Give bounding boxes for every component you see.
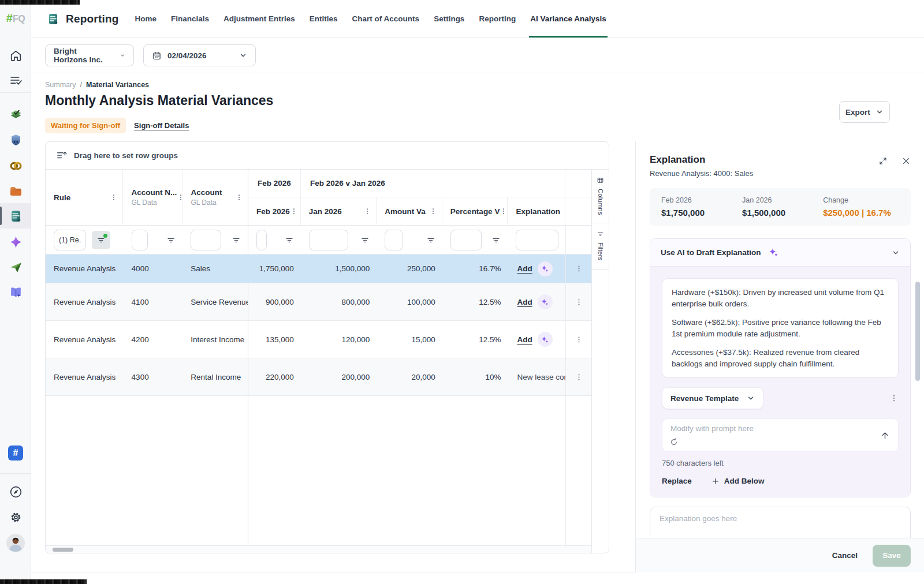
ai-draft-header[interactable]: Use AI to Draft Explanation: [650, 239, 910, 267]
column-header-account-number[interactable]: Account N...GL Data: [123, 170, 182, 225]
table-row[interactable]: Revenue Analysis 4300 Rental Income 220,…: [46, 358, 591, 396]
row-menu-button[interactable]: [565, 254, 591, 283]
add-explanation-link[interactable]: Add: [517, 335, 532, 344]
date-selector[interactable]: 02/04/2026: [143, 44, 256, 66]
account-filter-input[interactable]: [191, 230, 221, 250]
column-header-percentage-variance[interactable]: Percentage V: [442, 197, 508, 225]
regenerate-icon[interactable]: [669, 437, 679, 447]
table-row[interactable]: Revenue Analysis 4000 Sales 1,750,000 1,…: [46, 254, 591, 283]
horizontal-scrollbar[interactable]: [46, 545, 591, 553]
template-menu-icon[interactable]: [889, 394, 899, 403]
tab-filters[interactable]: Filters: [592, 223, 609, 269]
expand-icon[interactable]: [878, 156, 888, 166]
feb-filter-input[interactable]: [256, 230, 267, 250]
amount-filter-input[interactable]: [385, 230, 403, 250]
ai-prompt-input[interactable]: [670, 424, 873, 433]
filter-icon[interactable]: [166, 235, 176, 245]
nav-item-ai-variance-analysis[interactable]: AI Variance Analysis: [530, 0, 606, 38]
company-selector[interactable]: Bright Horizons Inc.: [45, 44, 134, 66]
column-menu-icon[interactable]: [290, 207, 298, 215]
sidebar-item-hashtag-app[interactable]: #: [0, 440, 31, 466]
account-number-filter-input[interactable]: [132, 230, 148, 250]
add-explanation-link[interactable]: Add: [517, 264, 532, 273]
ai-explain-button[interactable]: [538, 294, 553, 309]
panel-scrollbar-thumb[interactable]: [915, 282, 920, 381]
sidebar-item-explore[interactable]: [0, 479, 31, 504]
cell-account-number: 4300: [124, 358, 183, 395]
nav-item-entities[interactable]: Entities: [310, 0, 338, 38]
sidebar-item-ledger-app[interactable]: [0, 102, 31, 127]
add-below-button[interactable]: Add Below: [711, 477, 765, 485]
layers-check-icon: [9, 107, 23, 122]
explanation-panel: Explanation Revenue Analysis: 4000: Sale…: [635, 141, 924, 572]
template-selector[interactable]: Revenue Template: [662, 387, 763, 409]
column-menu-icon[interactable]: [363, 207, 371, 215]
replace-button[interactable]: Replace: [662, 477, 692, 485]
row-menu-button[interactable]: [565, 321, 591, 358]
column-header-amount-variance[interactable]: Amount Va: [377, 197, 442, 225]
nav-item-adjustment-entries[interactable]: Adjustment Entries: [223, 0, 295, 38]
tab-columns[interactable]: Columns: [592, 170, 609, 223]
horizontal-scrollbar-thumb[interactable]: [53, 548, 73, 552]
nav-item-settings[interactable]: Settings: [434, 0, 464, 38]
explanation-text[interactable]: New lease con: [517, 373, 565, 381]
cell-explanation: New lease con: [508, 358, 565, 395]
close-icon[interactable]: [901, 156, 911, 166]
table-row[interactable]: Revenue Analysis 4100 Service Revenue 90…: [46, 283, 591, 321]
rule-filter-input[interactable]: [54, 230, 86, 250]
sidebar-item-home[interactable]: [0, 43, 31, 68]
filter-icon[interactable]: [360, 235, 370, 245]
column-menu-icon[interactable]: [429, 207, 437, 215]
column-menu-icon[interactable]: [235, 193, 243, 201]
sidebar-item-files-app[interactable]: [0, 178, 31, 204]
signoff-details-link[interactable]: Sign-off Details: [134, 121, 189, 130]
sidebar-item-send-app[interactable]: [0, 254, 31, 280]
column-menu-icon[interactable]: [110, 193, 118, 201]
nav-item-reporting[interactable]: Reporting: [479, 0, 516, 38]
rule-filter-button[interactable]: [92, 231, 110, 249]
save-button[interactable]: Save: [873, 545, 911, 567]
sidebar-item-tasks[interactable]: [0, 68, 31, 93]
cell-account: Service Revenue: [182, 283, 248, 320]
export-button[interactable]: Export: [839, 101, 890, 123]
column-header-explanation[interactable]: Explanation: [508, 197, 565, 225]
row-menu-button[interactable]: [565, 283, 591, 320]
column-menu-icon[interactable]: [500, 207, 508, 215]
explanation-filter-input[interactable]: [516, 230, 558, 250]
sidebar-item-settings[interactable]: [0, 504, 31, 530]
filter-icon[interactable]: [426, 235, 435, 245]
column-header-account[interactable]: AccountGL Data: [182, 170, 248, 225]
cell-account-number: 4100: [124, 283, 183, 320]
row-menu-button[interactable]: [565, 358, 591, 395]
table-row[interactable]: Revenue Analysis 4200 Interest Income 13…: [46, 321, 591, 358]
breadcrumb-summary[interactable]: Summary: [45, 81, 76, 89]
filter-icon[interactable]: [285, 235, 294, 245]
nav-item-home[interactable]: Home: [135, 0, 157, 38]
kebab-menu-icon: [575, 335, 583, 344]
column-header-rule[interactable]: Rule: [46, 170, 123, 225]
chevron-down-icon[interactable]: [892, 249, 900, 257]
sidebar-item-security-app[interactable]: [0, 127, 31, 152]
sidebar-item-profile[interactable]: [0, 530, 31, 556]
column-header-feb-2026[interactable]: Feb 2026: [248, 197, 301, 225]
add-explanation-link[interactable]: Add: [517, 298, 532, 306]
chevron-down-icon: [875, 108, 884, 116]
columns-grid-icon: [597, 177, 604, 184]
sidebar-item-reporting-app[interactable]: [0, 203, 31, 229]
nav-item-chart-of-accounts[interactable]: Chart of Accounts: [352, 0, 420, 38]
sparkle-icon: [541, 335, 549, 344]
ai-explain-button[interactable]: [538, 332, 553, 347]
row-group-dropzone[interactable]: Drag here to set row groups: [46, 142, 609, 170]
percentage-filter-input[interactable]: [450, 230, 482, 250]
nav-item-financials[interactable]: Financials: [171, 0, 209, 38]
sidebar-item-links-app[interactable]: [0, 153, 31, 178]
column-header-jan-2026[interactable]: Jan 2026: [301, 197, 377, 225]
filter-icon[interactable]: [232, 235, 241, 245]
sidebar-item-ai-app[interactable]: [0, 229, 31, 254]
ai-explain-button[interactable]: [538, 261, 553, 276]
filter-icon[interactable]: [491, 235, 501, 245]
jan-filter-input[interactable]: [309, 230, 348, 250]
sidebar-item-docs-app[interactable]: [0, 279, 31, 305]
submit-prompt-icon[interactable]: [880, 430, 890, 440]
cancel-button[interactable]: Cancel: [832, 551, 858, 560]
